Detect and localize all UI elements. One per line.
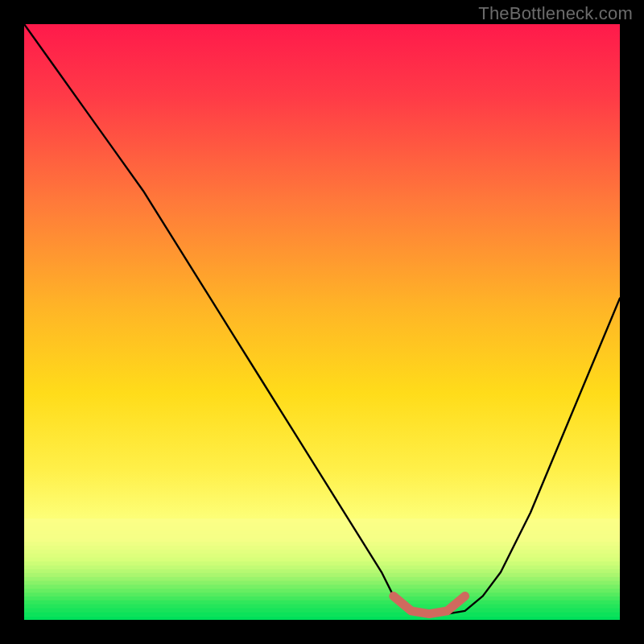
svg-rect-19 <box>24 592 620 597</box>
svg-rect-5 <box>24 538 620 542</box>
svg-rect-21 <box>24 601 620 605</box>
attribution-label: TheBottleneck.com <box>478 3 633 24</box>
svg-rect-12 <box>24 565 620 569</box>
svg-rect-2 <box>24 526 620 530</box>
svg-rect-17 <box>24 585 620 589</box>
svg-rect-7 <box>24 546 620 550</box>
svg-rect-22 <box>24 605 620 609</box>
svg-rect-4 <box>24 535 620 539</box>
svg-rect-15 <box>24 577 620 581</box>
svg-rect-20 <box>24 597 620 601</box>
svg-rect-3 <box>24 530 620 535</box>
svg-rect-8 <box>24 550 620 554</box>
svg-rect-16 <box>24 581 620 585</box>
svg-rect-0 <box>24 518 620 522</box>
svg-rect-24 <box>24 612 620 616</box>
svg-rect-6 <box>24 542 620 546</box>
svg-rect-9 <box>24 554 620 558</box>
svg-rect-14 <box>24 573 620 577</box>
svg-rect-13 <box>24 569 620 573</box>
plot-area <box>24 24 620 620</box>
bottom-color-bands <box>24 518 620 620</box>
svg-rect-11 <box>24 561 620 565</box>
svg-rect-23 <box>24 609 620 613</box>
svg-rect-1 <box>24 522 620 526</box>
svg-rect-10 <box>24 558 620 562</box>
svg-rect-18 <box>24 588 620 592</box>
svg-rect-25 <box>24 616 620 620</box>
chart-frame: TheBottleneck.com <box>0 0 644 644</box>
bottleneck-chart <box>24 24 620 620</box>
